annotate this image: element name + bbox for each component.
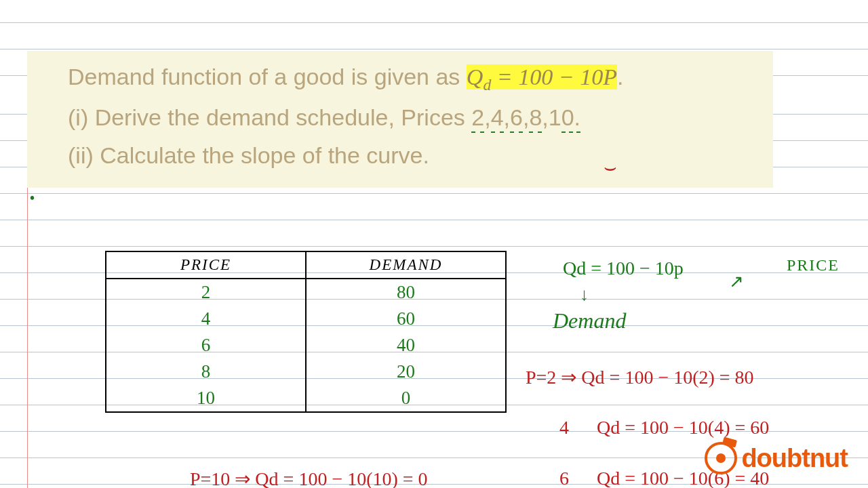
calc-p10: P=10 ⇒ Qd = 100 − 10(10) = 0 — [190, 468, 428, 488]
equation-annotation: Qd = 100 − 10p — [563, 258, 684, 279]
content-area: Demand function of a good is given as Qd… — [0, 51, 868, 188]
table-header-row: PRICE DEMAND — [106, 251, 506, 279]
demand-header: DEMAND — [306, 251, 506, 279]
calc-p4-eq: Qd = 100 − 10(4) = 60 — [597, 417, 769, 439]
calc-p2: P=2 ⇒ Qd = 100 − 10(2) = 80 — [526, 366, 754, 388]
price-header: PRICE — [106, 251, 306, 279]
checkmark-annotation: ⌣ — [604, 156, 617, 180]
bullet-mark: • — [30, 190, 35, 206]
arrow-to-price: ↗ — [729, 271, 744, 292]
question-line-3: (ii) Calculate the slope of the curve. — [68, 136, 760, 174]
demand-cell: 40 — [306, 332, 506, 359]
demand-cell: 20 — [306, 359, 506, 385]
price-label-annotation: PRICE — [787, 256, 840, 274]
table-row: 10 0 — [106, 385, 506, 412]
arrow-to-demand: ↓ — [580, 285, 589, 305]
price-cell: 10 — [106, 385, 306, 412]
demand-formula: Qd = 100 − 10P — [467, 64, 617, 89]
demand-cell: 60 — [306, 306, 506, 332]
demand-label-annotation: Demand — [553, 308, 626, 333]
table-row: 4 60 — [106, 306, 506, 332]
demand-cell: 80 — [306, 279, 506, 306]
doubtnut-logo-icon — [705, 442, 737, 474]
question-line-1: Demand function of a good is given as Qd… — [68, 58, 760, 98]
table-row: 6 40 — [106, 332, 506, 359]
demand-cell: 0 — [306, 385, 506, 412]
calc-p4-p: 4 — [559, 417, 569, 439]
price-cell: 2 — [106, 279, 306, 306]
price-cell: 4 — [106, 306, 306, 332]
demand-schedule-table: PRICE DEMAND 2 80 4 60 6 40 8 20 10 0 — [105, 251, 507, 413]
doubtnut-logo-text: doubtnut — [741, 444, 848, 473]
question-intro: Demand function of a good is given as — [68, 64, 460, 89]
doubtnut-logo: doubtnut — [705, 442, 848, 474]
price-cell: 8 — [106, 359, 306, 385]
calc-p6-p: 6 — [559, 468, 569, 488]
prices-underline: 2,4,6,8,10. — [471, 104, 580, 133]
table-row: 2 80 — [106, 279, 506, 306]
table-row: 8 20 — [106, 359, 506, 385]
price-cell: 6 — [106, 332, 306, 359]
question-box: Demand function of a good is given as Qd… — [27, 51, 773, 188]
question-line-2: (i) Derive the demand schedule, Prices 2… — [68, 98, 760, 136]
question-part1-prefix: (i) Derive the demand schedule, Prices — [68, 104, 465, 130]
